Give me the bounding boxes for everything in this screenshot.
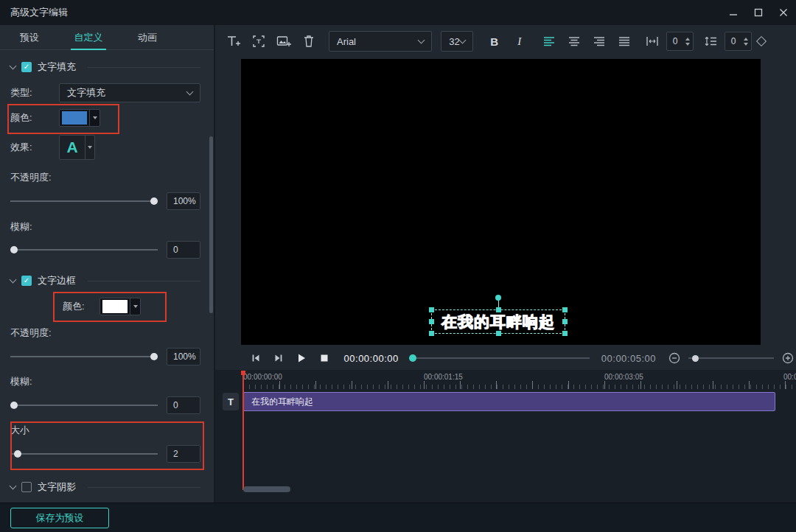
slider-thumb[interactable] — [150, 197, 158, 205]
keyframe-button[interactable] — [752, 31, 771, 52]
tab-presets[interactable]: 预设 — [0, 25, 59, 50]
text-box-button[interactable] — [249, 31, 268, 52]
minimize-button[interactable] — [721, 0, 746, 25]
font-size-select[interactable]: 32 — [441, 31, 472, 52]
border-color-picker[interactable] — [100, 298, 141, 315]
border-opacity-label-row: 不透明度: — [10, 326, 200, 340]
letter-spacing-input[interactable]: 0 — [666, 32, 694, 51]
add-text-button[interactable] — [224, 31, 243, 52]
chevron-down-icon — [458, 36, 466, 43]
chevron-down-icon — [418, 36, 425, 43]
next-frame-button[interactable] — [270, 350, 286, 366]
resize-handle-se[interactable] — [562, 331, 568, 336]
close-icon — [779, 8, 788, 17]
zoom-slider-thumb[interactable] — [692, 355, 699, 362]
fill-color-label: 颜色: — [10, 111, 59, 125]
resize-handle-ne[interactable] — [562, 307, 568, 312]
fill-opacity-value[interactable]: 100% — [167, 192, 200, 210]
check-icon: ✓ — [24, 277, 29, 284]
add-image-button[interactable] — [274, 31, 293, 52]
effect-label: 效果: — [10, 141, 59, 154]
font-family-select[interactable]: Arial — [329, 31, 432, 52]
italic-button[interactable]: I — [510, 31, 529, 52]
border-size-value[interactable]: 2 — [167, 445, 200, 463]
close-button[interactable] — [771, 0, 796, 25]
align-left-icon — [543, 36, 555, 46]
spinner-arrows[interactable] — [744, 38, 748, 46]
swatch-dropdown-arrow[interactable] — [130, 298, 140, 315]
fill-blur-slider[interactable] — [10, 245, 158, 255]
panel-scrollbar[interactable] — [209, 136, 213, 313]
text-track-icon: T — [223, 393, 239, 410]
divider — [88, 67, 200, 68]
play-button[interactable] — [293, 350, 309, 366]
border-opacity-slider[interactable] — [10, 351, 158, 362]
resize-handle-e[interactable] — [562, 319, 568, 324]
resize-handle-n[interactable] — [496, 307, 501, 312]
border-opacity-value[interactable]: 100% — [167, 348, 200, 365]
text-fill-checkbox[interactable]: ✓ — [21, 62, 32, 72]
effect-dropdown-arrow[interactable] — [85, 136, 94, 159]
delete-button[interactable] — [299, 31, 318, 52]
timeline-ruler[interactable] — [243, 381, 796, 389]
section-text-fill-header: ✓ 文字填充 — [10, 57, 200, 77]
fill-color-picker[interactable] — [59, 109, 100, 127]
fill-opacity-label: 不透明度: — [10, 171, 59, 184]
zoom-slider[interactable] — [688, 354, 774, 363]
fill-opacity-slider[interactable] — [10, 196, 158, 206]
text-border-checkbox[interactable]: ✓ — [21, 276, 32, 286]
align-justify-button[interactable] — [615, 31, 634, 52]
border-blur-value[interactable]: 0 — [167, 396, 200, 414]
align-center-button[interactable] — [565, 31, 584, 52]
stop-icon — [320, 354, 329, 363]
resize-handle-sw[interactable] — [429, 331, 434, 336]
save-as-preset-button[interactable]: 保存为预设 — [10, 508, 109, 528]
slider-thumb[interactable] — [10, 402, 18, 409]
fill-type-select[interactable]: 文字填充 — [59, 83, 200, 102]
resize-handle-nw[interactable] — [429, 307, 434, 312]
text-clip[interactable]: 在我的耳畔响起 — [243, 392, 775, 411]
section-title: 文字边框 — [38, 274, 76, 287]
maximize-button[interactable] — [746, 0, 771, 25]
play-icon — [296, 353, 307, 363]
align-left-button[interactable] — [540, 31, 559, 52]
border-size-slider[interactable] — [10, 449, 158, 459]
seek-bar[interactable] — [409, 354, 590, 363]
slider-thumb[interactable] — [10, 246, 18, 253]
resize-handle-w[interactable] — [429, 319, 434, 324]
seek-thumb[interactable] — [409, 354, 416, 362]
preview-text[interactable]: 在我的耳畔响起 — [432, 310, 565, 333]
check-icon: ✓ — [24, 63, 29, 71]
resize-handle-s[interactable] — [496, 331, 501, 336]
align-right-button[interactable] — [590, 31, 609, 52]
bold-button[interactable]: B — [485, 31, 504, 52]
stop-button[interactable] — [316, 350, 332, 366]
fill-blur-value[interactable]: 0 — [167, 241, 200, 259]
zoom-out-button[interactable] — [666, 350, 682, 366]
border-blur-slider[interactable] — [10, 400, 158, 410]
bottom-bar: 保存为预设 — [0, 503, 796, 532]
timeline-scrollbar[interactable] — [243, 486, 290, 492]
playhead[interactable] — [242, 371, 244, 490]
slider-thumb[interactable] — [150, 353, 158, 360]
line-spacing-input[interactable]: 0 — [725, 32, 752, 51]
slider-thumb[interactable] — [14, 450, 21, 458]
triangle-down-icon — [685, 43, 690, 46]
collapse-chevron-icon[interactable] — [10, 276, 17, 283]
zoom-in-button[interactable] — [780, 350, 796, 366]
tab-custom[interactable]: 自定义 — [59, 25, 118, 50]
tab-animation[interactable]: 动画 — [118, 25, 177, 50]
swatch-dropdown-arrow[interactable] — [89, 110, 100, 126]
prev-frame-button[interactable] — [248, 350, 263, 366]
window-title: 高级文字编辑 — [10, 6, 68, 19]
spinner-arrows[interactable] — [685, 38, 690, 46]
text-selection-box[interactable]: 在我的耳畔响起 — [431, 309, 565, 334]
fill-color-swatch — [62, 111, 87, 125]
border-opacity-label: 不透明度: — [10, 326, 59, 340]
collapse-chevron-icon[interactable] — [10, 62, 17, 69]
rotation-handle[interactable] — [495, 295, 501, 301]
text-shadow-checkbox[interactable] — [21, 482, 32, 492]
fill-effect-picker[interactable]: A — [59, 135, 95, 160]
video-canvas[interactable]: 在我的耳畔响起 — [241, 59, 761, 345]
collapse-chevron-icon[interactable] — [10, 482, 17, 489]
